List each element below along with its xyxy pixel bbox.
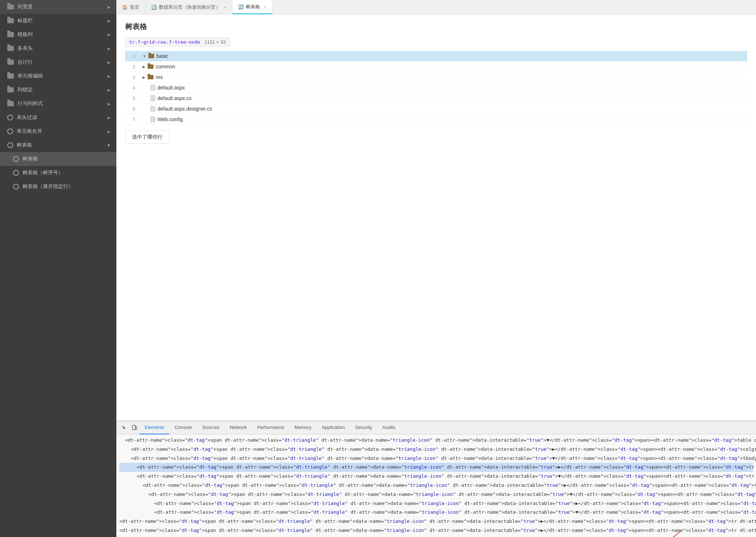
devtools-tab-performance[interactable]: Performance <box>252 421 289 434</box>
row-number: 6 <box>125 104 140 114</box>
file-icon <box>151 116 155 122</box>
row-content: ▶common <box>143 64 744 69</box>
circle-icon <box>13 170 19 176</box>
folder-icon <box>7 18 14 23</box>
arrow-right-icon: ▶ <box>108 102 111 106</box>
sidebar-item-shubiaoge[interactable]: 树表格▼ <box>0 138 116 152</box>
tab-treetable[interactable]: 🔄树表格× <box>232 0 272 14</box>
sidebar-item-mubanlie[interactable]: 模板列▶ <box>0 28 116 41</box>
page-title: 树表格 <box>125 22 747 32</box>
sidebar-item-label: 列锁定 <box>17 87 33 93</box>
devtools-line-0[interactable]: <dt-attr-name">class="dt-tag">span dt-at… <box>119 436 753 445</box>
file-icon <box>151 85 155 91</box>
devtools-line-8[interactable]: <dt-attr-name">class="dt-tag">span dt-at… <box>119 508 753 517</box>
arrow-right-icon: ▶ <box>108 47 111 51</box>
tab-home[interactable]: 🏠首页 <box>116 0 145 14</box>
devtools-tab-audits[interactable]: Audits <box>377 421 400 434</box>
element-badge: tr.f-grid-row.f-tree-node 1131 × 33 <box>125 37 230 47</box>
arrow-right-icon: ▶ <box>108 88 111 92</box>
tab-database[interactable]: 🔄数据库分页（快速切换分页）× <box>145 0 232 14</box>
row-label: default.aspx.designer.cs <box>157 106 212 112</box>
arrow-right-icon: ▶ <box>108 5 111 9</box>
devtools-line-3[interactable]: <dt-attr-name">class="dt-tag">span dt-at… <box>119 463 753 472</box>
sidebar-item-label: 多表头 <box>17 45 33 52</box>
devtools-panel: ElementsConsoleSourcesNetworkPerformance… <box>116 421 756 537</box>
devtools-tab-security[interactable]: Security <box>350 421 377 434</box>
folder-icon <box>7 60 14 65</box>
devtools-tab-elements[interactable]: Elements <box>140 421 169 434</box>
circle-icon <box>7 128 13 134</box>
device-icon[interactable] <box>129 423 140 433</box>
row-number: 3 <box>125 72 140 83</box>
devtools-content[interactable]: <dt-attr-name">class="dt-tag">span dt-at… <box>116 434 756 537</box>
devtools-tab-sources[interactable]: Sources <box>197 421 225 434</box>
row-number: 5 <box>125 93 140 104</box>
arrow-down-icon: ▼ <box>107 143 111 147</box>
row-label: basic <box>156 53 168 59</box>
row-number: 4 <box>125 83 140 93</box>
sidebar-item-label: 树表格（树序号） <box>23 170 63 176</box>
expand-arrow[interactable]: ▼ <box>143 54 146 58</box>
devtools-line-11[interactable]: <dt-attr-name">class="dt-tag">span dt-at… <box>119 535 753 537</box>
sidebar-item-label: 树表格 <box>17 142 32 148</box>
devtools-tab-console[interactable]: Console <box>169 421 197 434</box>
table-row[interactable]: 3▶res <box>125 72 747 83</box>
svg-rect-0 <box>132 425 135 430</box>
sidebar-item-label: 标题栏 <box>17 17 33 24</box>
folder-icon <box>7 4 14 9</box>
devtools-tab-application[interactable]: Application <box>317 421 350 434</box>
row-number: 7 <box>125 114 140 125</box>
folder-icon <box>7 101 14 106</box>
sidebar-item-lisuoding[interactable]: 列锁定▶ <box>0 83 116 97</box>
folder-icon <box>7 32 14 37</box>
devtools-tab-memory[interactable]: Memory <box>289 421 317 434</box>
row-content: Web.config <box>143 116 744 122</box>
table-row[interactable]: 7Web.config <box>125 114 747 125</box>
tab-close-database[interactable]: × <box>224 5 226 9</box>
arrow-right-icon: ▶ <box>108 74 111 78</box>
devtools-line-1[interactable]: <dt-attr-name">class="dt-tag">span dt-at… <box>119 445 753 454</box>
sidebar: 列宽度▶标题栏▶模板列▶多表头▶合计行▶单元格编辑▶列锁定▶行与列样式▶表头过滤… <box>0 0 116 537</box>
sidebar-item-danyuangebianji[interactable]: 单元格编辑▶ <box>0 69 116 83</box>
table-row[interactable]: 6default.aspx.designer.cs <box>125 104 747 114</box>
row-content: ▼basic <box>143 53 744 59</box>
sidebar-item-shubiaoge-sub2[interactable]: 树表格（树序号） <box>0 166 116 180</box>
arrow-right-icon: ▶ <box>108 60 111 64</box>
expand-arrow[interactable]: ▶ <box>143 75 145 79</box>
inspect-icon[interactable] <box>119 423 129 433</box>
sidebar-item-biaotilan[interactable]: 标题栏▶ <box>0 14 116 28</box>
devtools-line-7[interactable]: <dt-attr-name">class="dt-tag">span dt-at… <box>119 499 753 508</box>
sidebar-item-danyuangehebing[interactable]: 单元格合并▶ <box>0 124 116 138</box>
folder-icon <box>7 73 14 79</box>
row-label: default.aspx <box>157 85 185 91</box>
sidebar-item-label: 列宽度 <box>17 4 33 10</box>
sidebar-item-hejihang[interactable]: 合计行▶ <box>0 55 116 69</box>
devtools-line-4[interactable]: <dt-attr-name">class="dt-tag">span dt-at… <box>119 472 753 481</box>
devtools-line-6[interactable]: <dt-attr-name">class="dt-tag">span dt-at… <box>119 490 753 499</box>
table-row[interactable]: 5default.aspx.cs <box>125 93 747 104</box>
devtools-tab-network[interactable]: Network <box>225 421 252 434</box>
devtools-line-10[interactable]: <dt-attr-name">class="dt-tag">span dt-at… <box>119 526 753 535</box>
devtools-line-2[interactable]: <dt-attr-name">class="dt-tag">span dt-at… <box>119 454 753 463</box>
tab-icon-database: 🔄 <box>151 5 157 10</box>
sidebar-item-duotou[interactable]: 多表头▶ <box>0 41 116 55</box>
table-row[interactable]: 2▶common <box>125 61 747 72</box>
select-rows-button[interactable]: 选中了哪些行 <box>125 131 169 144</box>
row-content: default.aspx <box>143 85 744 91</box>
devtools-line-5[interactable]: <dt-attr-name">class="dt-tag">span dt-at… <box>119 481 753 490</box>
table-row[interactable]: 1▼basic <box>125 51 747 61</box>
row-content: default.aspx.cs <box>143 95 744 101</box>
sidebar-item-shubiaoge-sub1[interactable]: 树表格 <box>0 152 116 166</box>
element-tag: tr.f-grid-row.f-tree-node <box>129 39 200 45</box>
page-content: 树表格 tr.f-grid-row.f-tree-node 1131 × 33 … <box>116 15 756 421</box>
devtools-line-9[interactable]: <dt-attr-name">class="dt-tag">span dt-at… <box>119 517 753 526</box>
sidebar-item-hanglieyangshi[interactable]: 行与列样式▶ <box>0 97 116 111</box>
sidebar-item-lieyidu[interactable]: 列宽度▶ <box>0 0 116 14</box>
table-row[interactable]: 4default.aspx <box>125 83 747 93</box>
sidebar-item-biaotouguolv[interactable]: 表头过滤▶ <box>0 111 116 124</box>
arrow-right-icon: ▶ <box>108 19 111 23</box>
circle-icon <box>7 115 13 120</box>
expand-arrow[interactable]: ▶ <box>143 65 145 69</box>
tab-close-treetable[interactable]: × <box>264 5 266 9</box>
sidebar-item-shubiaoge-sub3[interactable]: 树表格（展开指定行） <box>0 180 116 194</box>
